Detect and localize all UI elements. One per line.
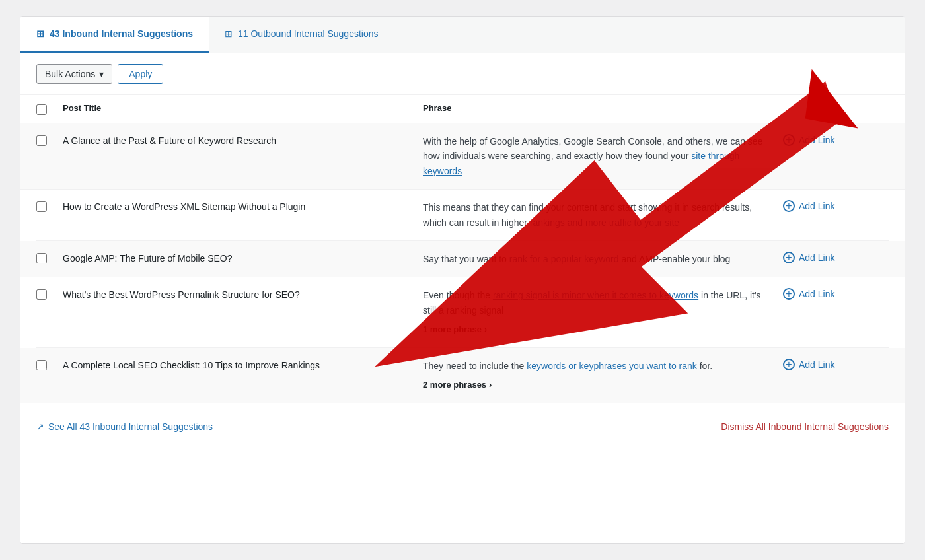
row5-more-phrases[interactable]: 2 more phrases ›	[423, 378, 492, 392]
bulk-actions-label: Bulk Actions	[45, 69, 95, 79]
row3-add-link[interactable]: + Add Link	[783, 252, 889, 263]
external-link-icon: ↗	[36, 421, 44, 432]
row4-phrase: Even though the ranking signal is minor …	[423, 288, 783, 337]
tabs-bar: ⊞ 43 Inbound Internal Suggestions ⊞ 11 O…	[20, 17, 905, 53]
row2-checkbox-col[interactable]	[36, 200, 63, 212]
tab-outbound[interactable]: ⊞ 11 Outbound Internal Suggestions	[209, 17, 394, 53]
row5-checkbox-col[interactable]	[36, 359, 63, 370]
row3-checkbox-col[interactable]	[36, 252, 63, 263]
row2-phrase-link[interactable]: rankings and more traffic to your site	[530, 217, 679, 228]
row3-post-title: Google AMP: The Future of Mobile SEO?	[63, 252, 423, 265]
row3-add-link-button[interactable]: + Add Link	[783, 252, 889, 263]
row2-post-title: How to Create a WordPress XML Sitemap Wi…	[63, 200, 423, 214]
row2-add-link-button[interactable]: + Add Link	[783, 200, 889, 212]
see-all-link[interactable]: ↗ See All 43 Inbound Internal Suggestion…	[36, 421, 213, 432]
apply-label: Apply	[129, 69, 152, 79]
tab-outbound-label: 11 Outbound Internal Suggestions	[238, 28, 379, 39]
row5-phrase: They need to include the keywords or key…	[423, 359, 783, 392]
row4-phrase-link[interactable]: ranking signal is minor when it comes to…	[493, 290, 698, 300]
row4-phrase-before: Even though the	[423, 290, 493, 300]
row4-add-link[interactable]: + Add Link	[783, 288, 889, 300]
row4-checkbox-col[interactable]	[36, 288, 63, 300]
dismiss-label: Dismiss All Inbound Internal Suggestions	[721, 421, 889, 432]
row4-add-link-button[interactable]: + Add Link	[783, 288, 889, 300]
row4-post-title: What's the Best WordPress Permalink Stru…	[63, 288, 423, 302]
bulk-actions-button[interactable]: Bulk Actions ▾	[36, 64, 112, 84]
see-all-label: See All 43 Inbound Internal Suggestions	[48, 421, 213, 432]
row1-add-link-button[interactable]: + Add Link	[783, 134, 889, 146]
row2-checkbox[interactable]	[36, 201, 47, 212]
row3-phrase-after: and AMP-enable your blog	[619, 254, 731, 264]
table-row: A Glance at the Past & Future of Keyword…	[20, 123, 905, 190]
row5-post-title: A Complete Local SEO Checklist: 10 Tips …	[63, 359, 423, 372]
row4-checkbox[interactable]	[36, 289, 47, 300]
row3-checkbox[interactable]	[36, 253, 47, 263]
row1-phrase: With the help of Google Analytics, Googl…	[423, 134, 783, 178]
action-header	[783, 103, 889, 115]
inbound-tab-icon: ⊞	[36, 28, 44, 39]
row5-phrase-before: They need to include the	[423, 361, 527, 371]
tab-inbound-label: 43 Inbound Internal Suggestions	[50, 28, 193, 39]
table-header-row: Post Title Phrase	[36, 95, 889, 123]
suggestions-table: Post Title Phrase A Glance at the Past &…	[20, 95, 905, 403]
toolbar: Bulk Actions ▾ Apply	[20, 53, 905, 95]
row1-add-link[interactable]: + Add Link	[783, 134, 889, 146]
select-all-checkbox[interactable]	[36, 104, 47, 115]
row4-add-link-label: Add Link	[799, 289, 834, 299]
phrase-header: Phrase	[423, 103, 783, 115]
row5-more-phrases-chevron: ›	[489, 378, 492, 392]
row3-phrase: Say that you want to rank for a popular …	[423, 252, 783, 266]
row1-add-link-label: Add Link	[799, 135, 834, 145]
add-link-icon-2: +	[783, 200, 795, 212]
add-link-icon-5: +	[783, 359, 795, 370]
header-checkbox-col[interactable]	[36, 103, 63, 115]
apply-button[interactable]: Apply	[118, 64, 163, 84]
footer: ↗ See All 43 Inbound Internal Suggestion…	[20, 409, 905, 444]
outbound-tab-icon: ⊞	[225, 28, 233, 39]
chevron-down-icon: ▾	[99, 69, 104, 79]
row5-more-phrases-label: 2 more phrases	[423, 378, 486, 392]
tab-inbound[interactable]: ⊞ 43 Inbound Internal Suggestions	[20, 17, 209, 53]
row3-phrase-link[interactable]: rank for a popular keyword	[509, 254, 619, 264]
row2-add-link-label: Add Link	[799, 201, 834, 211]
row5-phrase-after: for.	[697, 361, 712, 371]
row5-phrase-link[interactable]: keywords or keyphrases you want to rank	[527, 361, 697, 371]
row1-checkbox-col[interactable]	[36, 134, 63, 146]
row3-add-link-label: Add Link	[799, 252, 834, 263]
dismiss-all-link[interactable]: Dismiss All Inbound Internal Suggestions	[721, 421, 889, 432]
row4-more-phrases[interactable]: 1 more phrase ›	[423, 323, 487, 337]
row4-more-phrases-chevron: ›	[484, 323, 487, 337]
row5-add-link-label: Add Link	[799, 359, 834, 370]
row3-phrase-before: Say that you want to	[423, 254, 509, 264]
row4-more-phrases-label: 1 more phrase	[423, 323, 482, 337]
row2-add-link[interactable]: + Add Link	[783, 200, 889, 212]
table-row: Google AMP: The Future of Mobile SEO? Sa…	[20, 241, 905, 277]
row5-add-link[interactable]: + Add Link	[783, 359, 889, 370]
add-link-icon-3: +	[783, 252, 795, 263]
add-link-icon: +	[783, 134, 795, 146]
row2-phrase: This means that they can find your conte…	[423, 200, 783, 230]
table-row: A Complete Local SEO Checklist: 10 Tips …	[20, 348, 905, 403]
post-title-header: Post Title	[63, 103, 423, 115]
row1-post-title: A Glance at the Past & Future of Keyword…	[63, 134, 423, 148]
row5-checkbox[interactable]	[36, 360, 47, 370]
row5-add-link-button[interactable]: + Add Link	[783, 359, 889, 370]
row1-checkbox[interactable]	[36, 135, 47, 146]
table-row: How to Create a WordPress XML Sitemap Wi…	[36, 190, 889, 241]
table-row: What's the Best WordPress Permalink Stru…	[36, 277, 889, 348]
add-link-icon-4: +	[783, 288, 795, 300]
main-card: ⊞ 43 Inbound Internal Suggestions ⊞ 11 O…	[20, 16, 905, 544]
